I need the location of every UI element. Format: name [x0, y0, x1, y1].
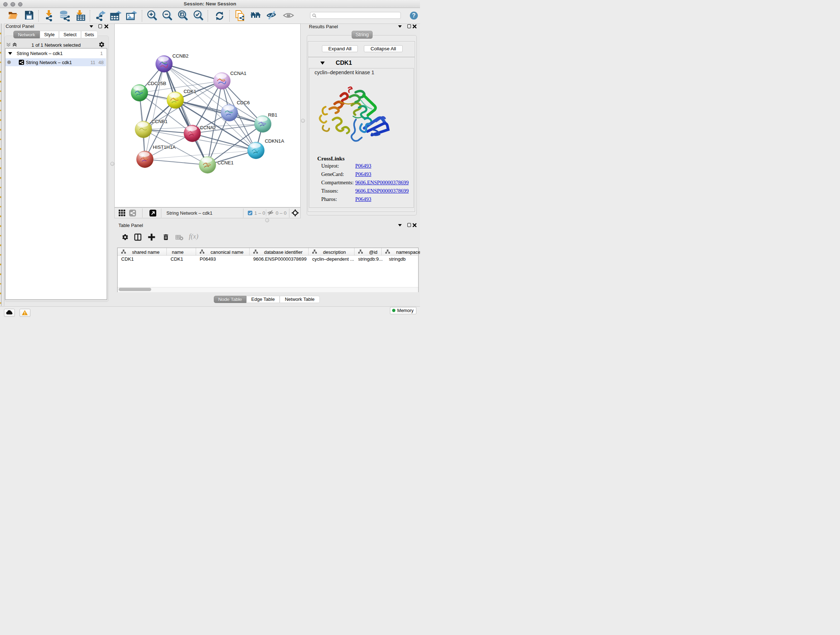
svg-text:CCNB2: CCNB2 — [172, 53, 188, 59]
svg-text:RB1: RB1 — [268, 112, 278, 118]
svg-text:HIST1H1A: HIST1H1A — [153, 144, 175, 150]
svg-text:CDKN1A: CDKN1A — [265, 138, 284, 144]
svg-text:CCNE1: CCNE1 — [218, 160, 234, 165]
svg-text:CCNB1: CCNB1 — [151, 119, 167, 124]
svg-text:CDC6: CDC6 — [237, 100, 249, 105]
svg-text:CDC25B: CDC25B — [147, 81, 166, 86]
svg-text:CDK1: CDK1 — [183, 89, 196, 94]
svg-text:CCNA2: CCNA2 — [200, 125, 216, 130]
svg-text:CCNA1: CCNA1 — [230, 71, 246, 76]
